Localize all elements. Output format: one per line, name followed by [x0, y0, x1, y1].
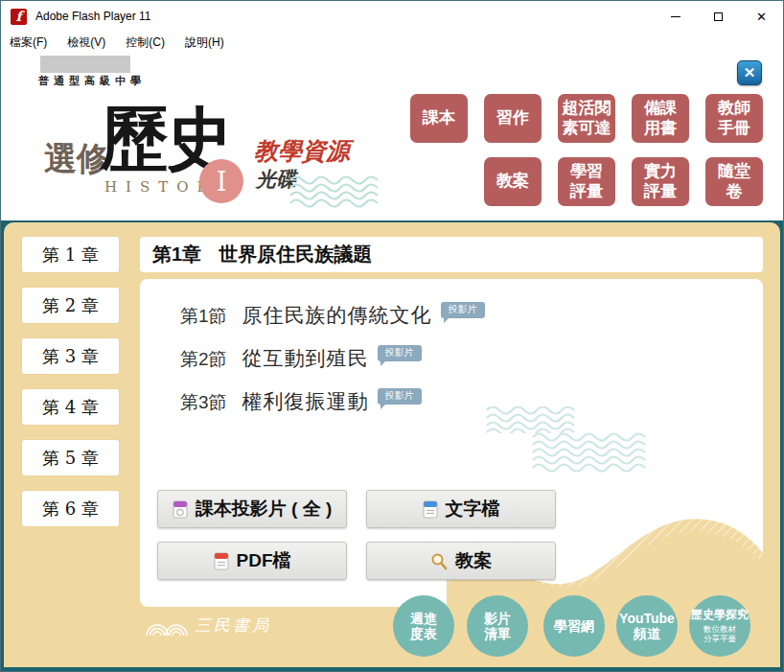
chapter-nav-3[interactable]: 第 3 章	[22, 338, 119, 374]
lesson-plan-label: 教案	[455, 548, 492, 573]
menu-control[interactable]: 控制(C)	[126, 35, 165, 51]
resource-button-ability-assessment[interactable]: 實力 評量	[632, 157, 689, 206]
maximize-button[interactable]	[697, 1, 740, 32]
slides-tag[interactable]: 投影片	[378, 388, 422, 405]
resource-button-reading[interactable]: 超活閱 素可達	[558, 94, 615, 143]
section-number: 第1節	[180, 304, 227, 329]
window-controls: ✕	[654, 1, 783, 32]
resource-button-textbook[interactable]: 課本	[410, 94, 468, 143]
pdf-file-label: PDF檔	[237, 548, 291, 573]
slides-all-button[interactable]: 課本投影片 ( 全 )	[157, 490, 347, 528]
chapter-panel: 第1節 原住民族的傳統文化 投影片 第2節 從互動到殖民 投影片 第3節 權利復…	[140, 279, 763, 607]
rainbow-arches-icon	[145, 620, 189, 637]
minimize-icon	[671, 16, 680, 17]
section-title: 從互動到殖民	[242, 345, 369, 372]
history-inquiry-label: 歷史學探究	[691, 609, 749, 622]
wave-decoration	[288, 175, 388, 208]
menu-help[interactable]: 說明(H)	[185, 35, 224, 51]
slides-all-label: 課本投影片 ( 全 )	[196, 497, 333, 521]
flash-player-icon: f	[11, 9, 27, 25]
content-close-button[interactable]: ✕	[737, 60, 762, 85]
resource-button-learning-assessment[interactable]: 學習 評量	[558, 157, 615, 206]
resource-label: 教學資源	[254, 135, 350, 167]
wave-decoration	[485, 406, 585, 433]
wave-decoration	[531, 432, 658, 473]
chapter-number: 第1章	[152, 242, 201, 267]
hill-decoration	[447, 461, 763, 607]
section-number: 第2節	[180, 347, 227, 372]
menu-file[interactable]: 檔案(F)	[10, 35, 47, 51]
menu-view[interactable]: 檢視(V)	[67, 35, 105, 51]
chapter-nav-2[interactable]: 第 2 章	[22, 288, 119, 323]
chapter-nav-4[interactable]: 第 4 章	[22, 389, 119, 425]
section-row-2[interactable]: 第2節 從互動到殖民 投影片	[180, 345, 422, 372]
resource-button-prep-book[interactable]: 備課 用書	[632, 94, 689, 143]
learning-web-button[interactable]: 學習網	[543, 595, 605, 657]
resource-button-workbook[interactable]: 習作	[484, 94, 542, 143]
resource-button-lesson-plan[interactable]: 教案	[484, 157, 542, 206]
slides-tag[interactable]: 投影片	[378, 345, 422, 361]
school-name: 普通型高級中學	[38, 74, 146, 88]
text-file-label: 文字檔	[446, 497, 500, 521]
magnifier-icon	[430, 552, 448, 570]
disc-label: 光碟	[256, 166, 296, 193]
window-title: Adobe Flash Player 11	[35, 10, 151, 23]
title-bar: f Adobe Flash Player 11 ✕	[1, 1, 783, 32]
publisher-logo: 三民書局	[145, 614, 271, 637]
publisher-name: 三民書局	[195, 614, 271, 637]
history-inquiry-sublabel: 數位教材 分享平臺	[703, 624, 736, 643]
flash-stage: 普通型高級中學 選修 歷史 HISTORY I 教學資源 光碟 ✕ 課本 習作 …	[1, 53, 783, 671]
chapter-title: 世界原住民族議題	[219, 242, 372, 267]
close-x-icon: ✕	[744, 64, 756, 81]
section-number: 第3節	[180, 390, 227, 415]
flash-player-window: f Adobe Flash Player 11 ✕ 檔案(F) 檢視(V) 控制…	[0, 0, 784, 672]
lesson-plan-button[interactable]: 教案	[366, 542, 556, 580]
resource-button-quiz-sheet[interactable]: 隨堂 卷	[705, 157, 763, 206]
doc-file-icon	[423, 500, 438, 519]
close-button[interactable]: ✕	[740, 1, 783, 32]
chapter-title-bar: 第1章 世界原住民族議題	[140, 237, 763, 272]
section-title: 權利復振運動	[242, 388, 369, 415]
text-file-button[interactable]: 文字檔	[366, 490, 556, 528]
school-logo	[40, 56, 130, 73]
section-row-3[interactable]: 第3節 權利復振運動 投影片	[180, 388, 422, 415]
slides-tag[interactable]: 投影片	[441, 302, 485, 318]
chapter-nav-5[interactable]: 第 5 章	[22, 440, 119, 475]
history-inquiry-button[interactable]: 歷史學探究 數位教材 分享平臺	[689, 595, 750, 657]
ppt-file-icon	[173, 500, 188, 519]
close-icon: ✕	[756, 11, 767, 23]
video-list-button[interactable]: 影片 清單	[467, 595, 528, 657]
menu-bar: 檔案(F) 檢視(V) 控制(C) 說明(H)	[1, 32, 783, 53]
resource-button-teacher-manual[interactable]: 教師 手冊	[705, 94, 763, 143]
minimize-button[interactable]	[654, 1, 697, 32]
section-title: 原住民族的傳統文化	[242, 302, 432, 329]
pdf-file-button[interactable]: PDF檔	[157, 542, 347, 580]
volume-number: I	[217, 167, 227, 197]
maximize-icon	[714, 12, 723, 21]
pdf-file-icon	[214, 552, 229, 570]
volume-badge: I	[199, 159, 243, 203]
section-row-1[interactable]: 第1節 原住民族的傳統文化 投影片	[180, 302, 485, 329]
weekly-schedule-button[interactable]: 週進 度表	[393, 595, 454, 657]
chapter-nav-6[interactable]: 第 6 章	[22, 491, 119, 526]
chapter-nav-1[interactable]: 第 1 章	[22, 237, 119, 272]
youtube-channel-button[interactable]: YouTube 頻道	[616, 595, 678, 657]
